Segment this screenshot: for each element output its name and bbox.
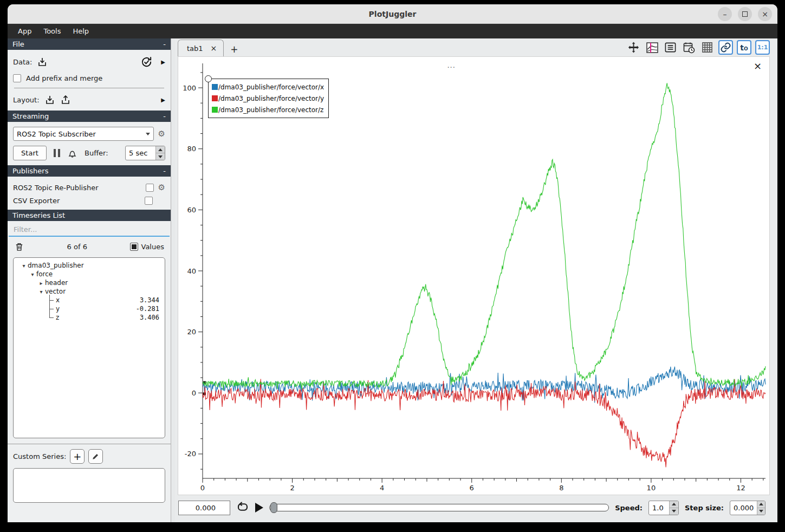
tab-bar: tab1 × +: [175, 38, 777, 56]
time-field[interactable]: 0.000: [178, 501, 230, 515]
edit-custom-series-button[interactable]: [88, 449, 103, 464]
tree-label[interactable]: z: [56, 314, 59, 321]
csv-exporter-checkbox[interactable]: [145, 197, 153, 205]
streaming-gear-icon[interactable]: ⚙: [158, 130, 165, 138]
legend-label[interactable]: /dma03_publisher/force/vector/y: [218, 95, 324, 102]
panel-splitter[interactable]: [171, 38, 175, 522]
spin-up-icon[interactable]: [670, 501, 678, 508]
legend-entry[interactable]: /dma03_publisher/force/vector/y: [212, 93, 324, 104]
expand-closed-icon[interactable]: ▸: [37, 280, 45, 286]
play-button[interactable]: [255, 503, 263, 512]
collapse-icon[interactable]: -: [163, 40, 166, 48]
collapse-icon[interactable]: -: [163, 167, 166, 175]
legend-label[interactable]: /dma03_publisher/force/vector/x: [218, 83, 324, 91]
legend-label[interactable]: /dma03_publisher/force/vector/z: [218, 106, 323, 114]
plot-overflow-dots[interactable]: ...: [447, 61, 455, 69]
spin-down-icon[interactable]: [670, 508, 678, 515]
add-custom-series-button[interactable]: +: [70, 449, 85, 464]
maximize-button[interactable]: [738, 7, 752, 21]
tree-label[interactable]: vector: [45, 288, 66, 295]
minimize-button[interactable]: –: [718, 7, 732, 21]
tree-row[interactable]: x 3.344: [17, 296, 161, 304]
slider-handle[interactable]: [270, 502, 277, 513]
publishers-section-header[interactable]: Publishers -: [8, 165, 171, 177]
tree-label[interactable]: force: [36, 270, 53, 278]
loop-button[interactable]: [236, 501, 249, 514]
tree-row[interactable]: z 3.406: [17, 313, 161, 322]
spin-down-icon[interactable]: [156, 153, 165, 160]
loop-icon: [236, 501, 249, 514]
add-prefix-checkbox[interactable]: [13, 74, 21, 82]
tab-close-icon[interactable]: ×: [211, 44, 217, 53]
tree-row[interactable]: ▾ vector: [17, 287, 161, 296]
tree-row[interactable]: ▾ force: [17, 270, 161, 278]
buffer-spinbox[interactable]: 5 sec: [125, 146, 165, 160]
tree-label[interactable]: y: [56, 305, 60, 313]
spin-up-icon[interactable]: [156, 146, 165, 153]
tree-label[interactable]: dma03_publisher: [28, 262, 84, 269]
legend-entry[interactable]: /dma03_publisher/force/vector/x: [212, 81, 324, 93]
new-tab-button[interactable]: +: [224, 44, 244, 55]
plot-legend[interactable]: /dma03_publisher/force/vector/x /dma03_p…: [208, 79, 329, 118]
timeline-slider[interactable]: [269, 504, 609, 511]
tree-row[interactable]: ▸ header: [17, 278, 161, 287]
datetime-button[interactable]: [682, 40, 696, 55]
speed-spinbox[interactable]: 1.0: [648, 501, 679, 515]
tracker-button[interactable]: [645, 40, 659, 55]
trash-icon: [14, 242, 24, 252]
plot-area[interactable]: -20020406080100024681012 ... × /dma03_pu…: [178, 56, 770, 495]
tab-label: tab1: [187, 44, 203, 53]
save-layout-button[interactable]: [60, 94, 71, 105]
delete-series-button[interactable]: [14, 242, 24, 252]
load-data-button[interactable]: [37, 56, 48, 67]
expand-open-icon[interactable]: ▾: [29, 271, 36, 277]
data-menu-arrow-icon[interactable]: ▶: [161, 59, 165, 65]
link-ranges-button[interactable]: [718, 40, 733, 55]
close-button[interactable]: ×: [758, 7, 772, 21]
tracker-icon: [646, 41, 659, 54]
spin-up-icon[interactable]: [757, 501, 765, 508]
menu-help[interactable]: Help: [67, 24, 95, 38]
collapse-icon[interactable]: -: [163, 112, 166, 120]
file-section-header[interactable]: File -: [8, 38, 171, 50]
grid-icon: [701, 41, 713, 54]
speed-value[interactable]: 1.0: [649, 501, 669, 515]
menu-app[interactable]: App: [12, 24, 37, 38]
reload-data-button[interactable]: [140, 56, 153, 68]
spin-down-icon[interactable]: [757, 508, 765, 515]
timeseries-tree[interactable]: ▾ dma03_publisher ▾ force ▸ header ▾ vec…: [13, 257, 165, 438]
legend-entry[interactable]: /dma03_publisher/force/vector/z: [212, 104, 324, 115]
streaming-section-header[interactable]: Streaming -: [8, 111, 171, 122]
ratio-button[interactable]: 1:1: [755, 40, 770, 55]
custom-series-list[interactable]: [13, 468, 165, 503]
tab-tab1[interactable]: tab1 ×: [178, 40, 224, 56]
tree-label[interactable]: header: [45, 279, 68, 287]
tree-row[interactable]: ▾ dma03_publisher: [17, 261, 161, 270]
tree-row[interactable]: y -0.281: [17, 304, 161, 313]
time-value: 0.000: [196, 504, 216, 512]
load-layout-button[interactable]: [44, 94, 55, 105]
step-size-value[interactable]: 0.000: [730, 501, 757, 515]
legend-toggle-button[interactable]: [663, 40, 678, 55]
layout-menu-arrow-icon[interactable]: ▶: [161, 97, 165, 103]
buffer-value[interactable]: 5 sec: [126, 146, 155, 160]
values-checkbox[interactable]: [130, 243, 138, 251]
notifications-button[interactable]: [67, 148, 77, 158]
pan-zoom-button[interactable]: [626, 40, 641, 55]
expand-open-icon[interactable]: ▾: [20, 263, 28, 269]
chart-canvas[interactable]: -20020406080100024681012: [178, 57, 769, 495]
streaming-source-select[interactable]: ROS2 Topic Subscriber: [13, 127, 154, 141]
step-size-spinbox[interactable]: 0.000: [730, 501, 765, 515]
plot-close-icon[interactable]: ×: [754, 61, 762, 71]
expand-open-icon[interactable]: ▾: [37, 289, 45, 295]
republisher-gear-icon[interactable]: ⚙: [158, 184, 165, 192]
menu-tools[interactable]: Tools: [37, 24, 67, 38]
time-offset-button[interactable]: tO: [737, 40, 751, 55]
republisher-checkbox[interactable]: [146, 184, 154, 192]
filter-input[interactable]: [9, 223, 170, 237]
grid-layout-button[interactable]: [700, 40, 715, 55]
tree-label[interactable]: x: [56, 296, 60, 304]
legend-drag-handle-icon[interactable]: [205, 75, 212, 82]
start-button[interactable]: Start: [13, 146, 47, 160]
pause-icon[interactable]: [54, 149, 60, 157]
